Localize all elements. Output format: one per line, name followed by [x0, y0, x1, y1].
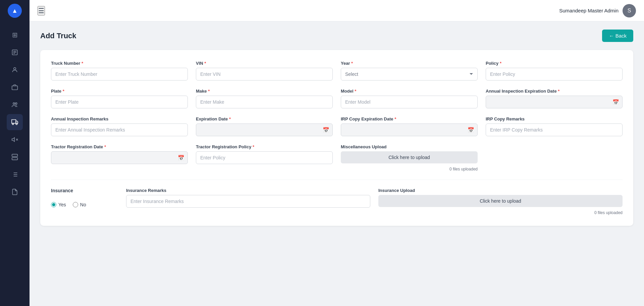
sidebar-item-list[interactable]	[7, 166, 23, 183]
truck-number-input[interactable]	[51, 68, 188, 81]
irp-copy-exp-date-label: IRP Copy Expiration Date *	[341, 116, 478, 121]
user-name: Sumandeep Master Admin	[559, 8, 619, 13]
insurance-radio-group: Yes No	[51, 202, 118, 207]
form-card: Truck Number * VIN * Year * Select	[40, 50, 633, 226]
insurance-row: Insurance Yes No	[51, 188, 623, 215]
annual-inspection-exp-date-wrapper: 📅	[486, 96, 623, 108]
back-button[interactable]: ← Back	[602, 30, 633, 42]
tractor-reg-policy-group: Tractor Registration Policy *	[196, 144, 333, 171]
miscellaneous-upload-label: Miscellaneous Upload	[341, 144, 478, 149]
expiration-date-wrapper: 📅	[196, 123, 333, 136]
logo-icon: ▲	[8, 4, 22, 18]
irp-copy-remarks-group: IRP Copy Remarks	[486, 116, 623, 136]
model-label: Model *	[341, 89, 478, 94]
policy-group: Policy *	[486, 61, 623, 81]
form-row-4: Tractor Registration Date * 📅 Tractor Re…	[51, 144, 623, 171]
irp-copy-remarks-label: IRP Copy Remarks	[486, 116, 623, 121]
sidebar-item-dashboard[interactable]: ⊞	[7, 27, 23, 43]
svg-point-7	[15, 103, 17, 104]
annual-inspection-remarks-label: Annual Inspection Remarks	[51, 116, 188, 121]
year-group: Year * Select 2024 2023 2022 2021 2020	[341, 61, 478, 81]
page-title: Add Truck	[40, 32, 76, 40]
svg-rect-13	[12, 158, 18, 160]
form-row-3: Annual Inspection Remarks Expiration Dat…	[51, 116, 623, 136]
insurance-remarks-group: Insurance Remarks	[126, 188, 370, 208]
tractor-reg-date-wrapper: 📅	[51, 151, 188, 164]
truck-number-label: Truck Number *	[51, 61, 188, 66]
sidebar-item-shipment[interactable]	[7, 79, 23, 95]
sidebar-nav: ⊞	[0, 21, 30, 200]
page-header: Add Truck ← Back	[40, 30, 633, 42]
svg-point-6	[13, 103, 15, 104]
insurance-label: Insurance	[51, 188, 118, 193]
sidebar-item-mute[interactable]	[7, 132, 23, 148]
sidebar-item-team[interactable]	[7, 97, 23, 113]
year-label: Year *	[341, 61, 478, 66]
main-area: ☰ Sumandeep Master Admin S Add Truck ← B…	[30, 0, 644, 306]
insurance-remarks-label: Insurance Remarks	[126, 188, 370, 193]
svg-point-8	[12, 123, 14, 124]
irp-copy-remarks-input[interactable]	[486, 123, 623, 136]
form-row-1: Truck Number * VIN * Year * Select	[51, 61, 623, 81]
insurance-files-count: 0 files uploaded	[378, 210, 623, 215]
form-row-2: Plate * Make * Model *	[51, 89, 623, 108]
hamburger-button[interactable]: ☰	[38, 6, 45, 15]
expiration-date-group: Expiration Date * 📅	[196, 116, 333, 136]
svg-rect-12	[12, 154, 18, 157]
irp-copy-exp-date-wrapper: 📅	[341, 123, 478, 136]
insurance-no-option[interactable]: No	[73, 202, 86, 207]
tractor-reg-date-input[interactable]	[51, 151, 188, 164]
sidebar-item-storage[interactable]	[7, 149, 23, 165]
insurance-yes-radio[interactable]	[51, 202, 56, 207]
miscellaneous-files-count: 0 files uploaded	[341, 167, 478, 171]
irp-copy-exp-date-input[interactable]	[341, 123, 478, 136]
insurance-upload-group: Insurance Upload Click here to upload 0 …	[378, 188, 623, 215]
svg-point-4	[14, 67, 16, 70]
expiration-date-label: Expiration Date *	[196, 116, 333, 121]
spacer-group	[486, 144, 623, 171]
insurance-group: Insurance Yes No	[51, 188, 118, 207]
annual-inspection-remarks-group: Annual Inspection Remarks	[51, 116, 188, 136]
annual-inspection-remarks-input[interactable]	[51, 123, 188, 136]
policy-input[interactable]	[486, 68, 623, 81]
annual-inspection-exp-group: Annual Inspection Expiration Date * 📅	[486, 89, 623, 108]
sidebar-item-documents[interactable]	[7, 44, 23, 60]
miscellaneous-upload-button[interactable]: Click here to upload	[341, 151, 478, 163]
miscellaneous-upload-group: Miscellaneous Upload Click here to uploa…	[341, 144, 478, 171]
model-input[interactable]	[341, 96, 478, 108]
svg-rect-5	[12, 86, 18, 90]
expiration-date-input[interactable]	[196, 123, 333, 136]
make-input[interactable]	[196, 96, 333, 108]
policy-label: Policy *	[486, 61, 623, 66]
page-content: Add Truck ← Back Truck Number * VIN *	[30, 21, 644, 306]
sidebar-item-file[interactable]	[7, 184, 23, 200]
user-section: Sumandeep Master Admin S	[559, 4, 636, 17]
vin-group: VIN *	[196, 61, 333, 81]
sidebar-logo: ▲	[0, 0, 30, 21]
svg-point-9	[16, 123, 17, 124]
make-group: Make *	[196, 89, 333, 108]
plate-input[interactable]	[51, 96, 188, 108]
insurance-upload-button[interactable]: Click here to upload	[378, 195, 623, 207]
tractor-reg-date-label: Tractor Registration Date *	[51, 144, 188, 149]
make-label: Make *	[196, 89, 333, 94]
sidebar-item-truck[interactable]	[7, 114, 23, 130]
year-select[interactable]: Select 2024 2023 2022 2021 2020	[341, 68, 478, 81]
tractor-reg-policy-label: Tractor Registration Policy *	[196, 144, 333, 149]
insurance-no-radio[interactable]	[73, 202, 78, 207]
avatar: S	[623, 4, 636, 17]
insurance-remarks-input[interactable]	[126, 195, 370, 208]
annual-inspection-exp-label: Annual Inspection Expiration Date *	[486, 89, 623, 94]
section-divider	[51, 180, 623, 180]
sidebar: ▲ ⊞	[0, 0, 30, 306]
vin-input[interactable]	[196, 68, 333, 81]
plate-label: Plate *	[51, 89, 188, 94]
annual-inspection-exp-date-input[interactable]	[486, 96, 623, 108]
insurance-yes-option[interactable]: Yes	[51, 202, 66, 207]
top-header: ☰ Sumandeep Master Admin S	[30, 0, 644, 21]
insurance-upload-label: Insurance Upload	[378, 188, 623, 193]
vin-label: VIN *	[196, 61, 333, 66]
tractor-reg-policy-input[interactable]	[196, 151, 333, 164]
plate-group: Plate *	[51, 89, 188, 108]
sidebar-item-users[interactable]	[7, 62, 23, 78]
